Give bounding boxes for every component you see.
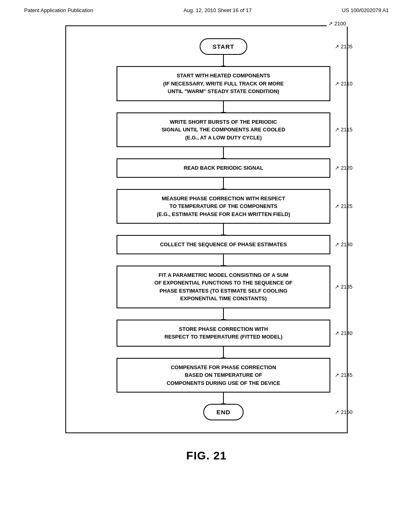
label-2120: ↗ 2120 [335,165,353,171]
start-node-row: START ↗ 2105 [82,38,365,55]
label-2115: ↗ 2115 [335,127,353,133]
node-2140: STORE PHASE CORRECTION WITH RESPECT TO T… [117,320,330,347]
node-2130: COLLECT THE SEQUENCE OF PHASE ESTIMATES [117,235,330,254]
fig-label: FIG. 21 [186,449,227,462]
header-right: US 100/0202079 A1 [342,7,389,13]
arrow-5 [223,254,224,266]
label-2135: ↗ 2135 [335,284,353,290]
header-left: Patent Application Publication [24,7,93,13]
node-2135-row: FIT A PARAMETRIC MODEL CONSISTING OF A S… [82,266,365,308]
label-2130: ↗ 2130 [335,241,353,247]
node-2115-row: WRITE SHORT BURSTS OF THE PERIODIC SIGNA… [82,112,365,148]
flow-wrapper: START ↗ 2105 START WITH HEATED COMPONENT… [82,38,365,420]
start-label: ↗ 2105 [335,44,353,50]
node-2110: START WITH HEATED COMPONENTS (IF NECESSA… [117,66,330,101]
diagram-container: ↗ 2100 START ↗ 2105 START WITH HEATED CO… [0,25,413,462]
start-node: START [200,38,247,55]
arrow-6 [223,308,224,320]
node-2130-row: COLLECT THE SEQUENCE OF PHASE ESTIMATES … [82,235,365,254]
page: Patent Application Publication Aug. 12, … [0,0,413,532]
node-2135: FIT A PARAMETRIC MODEL CONSISTING OF A S… [117,266,330,308]
label-2140: ↗ 2140 [335,330,353,336]
node-2145-row: COMPENSATE FOR PHASE CORRECTION BASED ON… [82,358,365,393]
diagram-outer-label: ↗ 2100 [327,21,348,27]
arrow-4 [223,224,224,235]
arrow-8 [223,393,224,404]
node-2125: MEASURE PHASE CORRECTION WITH RESPECT TO… [117,189,330,224]
arrow-1 [223,101,224,112]
header: Patent Application Publication Aug. 12, … [0,0,413,17]
node-2125-row: MEASURE PHASE CORRECTION WITH RESPECT TO… [82,189,365,224]
arrow-2 [223,147,224,158]
end-node: END [203,404,244,420]
node-2120: READ BACK PERIODIC SIGNAL [117,158,330,178]
label-2145: ↗ 2145 [335,372,353,378]
node-2120-row: READ BACK PERIODIC SIGNAL ↗ 2120 [82,158,365,178]
node-2145: COMPENSATE FOR PHASE CORRECTION BASED ON… [117,358,330,393]
label-2125: ↗ 2125 [335,203,353,209]
end-node-row: END ↗ 2150 [82,404,365,420]
label-2110: ↗ 2110 [335,81,353,87]
arrow-0 [223,55,224,66]
arrow-7 [223,347,224,358]
node-2115: WRITE SHORT BURSTS OF THE PERIODIC SIGNA… [117,112,330,148]
node-2140-row: STORE PHASE CORRECTION WITH RESPECT TO T… [82,320,365,347]
end-label: ↗ 2150 [335,409,353,415]
header-middle: Aug. 12, 2010 Sheet 16 of 17 [184,7,252,13]
node-2110-row: START WITH HEATED COMPONENTS (IF NECESSA… [82,66,365,101]
arrow-3 [223,178,224,189]
